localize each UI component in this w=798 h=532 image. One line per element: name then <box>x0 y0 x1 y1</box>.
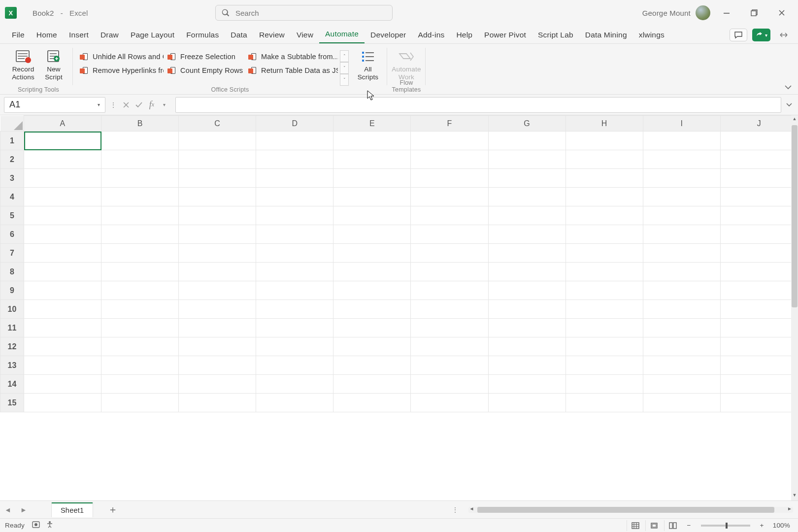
cell[interactable] <box>101 337 179 356</box>
gallery-up-button[interactable]: ˄ <box>340 50 349 62</box>
cancel-formula-button[interactable] <box>121 97 131 113</box>
cell[interactable] <box>565 132 643 150</box>
row-header[interactable]: 3 <box>0 169 24 188</box>
cell[interactable] <box>333 356 411 375</box>
cell[interactable] <box>256 337 333 356</box>
tab-add-ins[interactable]: Add-ins <box>412 28 450 43</box>
cell[interactable] <box>256 319 333 337</box>
cell[interactable] <box>256 263 333 281</box>
tab-formulas[interactable]: Formulas <box>180 28 225 43</box>
row-header[interactable]: 10 <box>0 300 24 319</box>
cell[interactable] <box>720 244 798 263</box>
chevron-down-icon[interactable]: ▾ <box>160 97 169 113</box>
cell[interactable] <box>643 132 720 150</box>
cell[interactable] <box>256 356 333 375</box>
zoom-slider-thumb[interactable] <box>726 523 728 529</box>
cell[interactable] <box>333 281 411 300</box>
tab-draw[interactable]: Draw <box>95 28 125 43</box>
cell[interactable] <box>565 169 643 188</box>
cell[interactable] <box>101 356 179 375</box>
cell[interactable] <box>333 394 411 412</box>
cell[interactable] <box>720 337 798 356</box>
zoom-slider[interactable] <box>701 525 750 527</box>
cell[interactable] <box>411 300 488 319</box>
cell[interactable] <box>565 281 643 300</box>
cell[interactable] <box>24 281 101 300</box>
cell[interactable] <box>24 394 101 412</box>
cell[interactable] <box>643 319 720 337</box>
cell[interactable] <box>720 375 798 394</box>
cell[interactable] <box>24 244 101 263</box>
close-button[interactable] <box>770 5 793 21</box>
cell[interactable] <box>720 132 798 150</box>
cell[interactable] <box>256 244 333 263</box>
cell[interactable] <box>720 169 798 188</box>
cell[interactable] <box>643 300 720 319</box>
scroll-right-button[interactable]: ► <box>787 506 792 511</box>
prev-sheet-button[interactable]: ◄ <box>0 506 16 514</box>
mode-switch-button[interactable] <box>775 29 792 41</box>
cell[interactable] <box>333 150 411 169</box>
cell[interactable] <box>720 206 798 225</box>
cell[interactable] <box>720 394 798 412</box>
page-break-view-button[interactable] <box>664 520 681 531</box>
cell[interactable] <box>24 356 101 375</box>
scripts-gallery[interactable]: Unhide All Rows and C...Freeze Selection… <box>77 47 340 86</box>
column-header[interactable]: J <box>720 116 798 132</box>
cell[interactable] <box>333 263 411 281</box>
cell[interactable] <box>24 225 101 244</box>
row-header[interactable]: 5 <box>0 206 24 225</box>
cell[interactable] <box>411 244 488 263</box>
cell[interactable] <box>488 188 565 206</box>
tab-xlwings[interactable]: xlwings <box>633 28 670 43</box>
cell[interactable] <box>179 188 256 206</box>
tab-insert[interactable]: Insert <box>63 28 95 43</box>
cell[interactable] <box>565 337 643 356</box>
cell[interactable] <box>179 375 256 394</box>
row-header[interactable]: 11 <box>0 319 24 337</box>
cell[interactable] <box>488 375 565 394</box>
scroll-up-button[interactable]: ▲ <box>791 116 798 123</box>
cell[interactable] <box>643 263 720 281</box>
column-header[interactable]: D <box>256 116 333 132</box>
script-gallery-item[interactable]: Freeze Selection <box>166 50 244 64</box>
cell[interactable] <box>179 337 256 356</box>
script-gallery-item[interactable]: Unhide All Rows and C... <box>78 50 164 64</box>
zoom-out-button[interactable]: − <box>683 522 695 529</box>
cell[interactable] <box>488 169 565 188</box>
tab-view[interactable]: View <box>291 28 319 43</box>
cell[interactable] <box>643 394 720 412</box>
vertical-scrollbar[interactable]: ▲ ▼ <box>791 115 798 500</box>
cell[interactable] <box>333 225 411 244</box>
cell[interactable] <box>256 132 333 150</box>
cell[interactable] <box>643 150 720 169</box>
cell[interactable] <box>720 225 798 244</box>
share-button[interactable]: ▾ <box>752 29 770 41</box>
row-header[interactable]: 2 <box>0 150 24 169</box>
cell[interactable] <box>101 206 179 225</box>
tab-help[interactable]: Help <box>450 28 478 43</box>
expand-formula-bar-button[interactable] <box>784 102 794 107</box>
column-header[interactable]: E <box>333 116 411 132</box>
cell[interactable] <box>565 375 643 394</box>
cell[interactable] <box>643 281 720 300</box>
cell[interactable] <box>101 263 179 281</box>
automate-work-button[interactable]: Automate Work <box>391 47 422 81</box>
zoom-in-button[interactable]: + <box>756 522 768 529</box>
cell[interactable] <box>256 206 333 225</box>
all-scripts-button[interactable]: All Scripts <box>353 47 383 86</box>
cell[interactable] <box>179 244 256 263</box>
row-header[interactable]: 12 <box>0 337 24 356</box>
cell[interactable] <box>179 225 256 244</box>
scrollbar-thumb[interactable] <box>792 125 798 307</box>
tab-data[interactable]: Data <box>225 28 253 43</box>
column-header[interactable]: C <box>179 116 256 132</box>
cell[interactable] <box>411 132 488 150</box>
insert-function-button[interactable]: fx <box>147 97 157 113</box>
cell[interactable] <box>179 169 256 188</box>
cell[interactable] <box>256 300 333 319</box>
row-header[interactable]: 7 <box>0 244 24 263</box>
cell[interactable] <box>101 319 179 337</box>
page-layout-view-button[interactable] <box>645 520 662 531</box>
scroll-left-button[interactable]: ◄ <box>469 506 474 511</box>
